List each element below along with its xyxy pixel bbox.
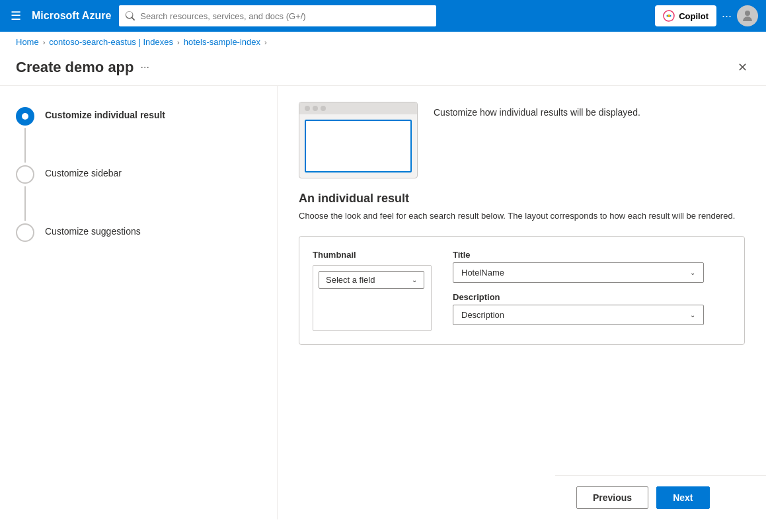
page-more-icon[interactable]: ··· [141,61,149,73]
svg-point-1 [668,15,670,17]
wizard-sidebar: Customize individual result Customize si… [0,86,278,519]
breadcrumb-index[interactable]: hotels-sample-index [184,37,260,47]
avatar[interactable] [737,5,758,26]
breadcrumb-sep-2: › [177,38,180,46]
step-indicator-1 [16,107,34,165]
step-circle-1 [16,107,34,126]
title-chevron-icon: ⌄ [690,269,695,276]
breadcrumb-sep-3: › [264,38,267,46]
main-layout: Customize individual result Customize si… [0,86,766,519]
step-line-1 [24,128,26,163]
browser-dot-2 [313,106,318,111]
step-label-1: Customize individual result [45,107,165,120]
user-icon [741,9,754,22]
step-circle-3 [16,223,34,242]
topnav-more-icon[interactable]: ··· [722,9,732,23]
breadcrumb-sep-1: › [43,38,46,46]
step-line-2 [24,186,26,221]
copilot-icon [663,10,675,22]
breadcrumb: Home › contoso-search-eastus | Indexes ›… [0,32,766,52]
next-button[interactable]: Next [656,486,709,509]
browser-dot-3 [321,106,326,111]
browser-mock [299,102,418,178]
preview-desc: Customize how individual results will be… [434,102,640,118]
search-icon [126,11,135,20]
title-dropdown[interactable]: HotelName ⌄ [453,262,704,283]
wizard-step-3[interactable]: Customize suggestions [16,223,261,242]
thumbnail-select-label: Select a field [326,275,375,285]
topnav: ☰ Microsoft Azure Copilot ··· [0,0,766,32]
description-chevron-icon: ⌄ [690,311,695,319]
copilot-button[interactable]: Copilot [655,5,716,26]
step-label-2: Customize sidebar [45,165,122,178]
breadcrumb-home[interactable]: Home [16,37,39,47]
title-value: HotelName [461,268,504,278]
thumbnail-chevron-icon: ⌄ [412,276,417,284]
topnav-right: Copilot ··· [655,5,758,26]
svg-point-2 [22,113,28,120]
title-label: Title [453,250,731,260]
wizard-step-1[interactable]: Customize individual result [16,107,261,165]
content-area: Customize how individual results will be… [278,86,766,519]
description-label: Description [453,292,731,302]
step-label-3: Customize suggestions [45,223,141,237]
page-title: Create demo app [16,59,134,76]
wizard-steps: Customize individual result Customize si… [16,107,261,242]
browser-body [299,114,417,178]
description-value: Description [461,310,504,320]
section-title: An individual result [299,192,745,206]
previous-button[interactable]: Previous [576,486,648,509]
page-header-left: Create demo app ··· [16,59,149,76]
bottom-bar: Previous Next [555,475,766,519]
breadcrumb-indexes[interactable]: contoso-search-eastus | Indexes [49,37,173,47]
fields-right: Title HotelName ⌄ Description Descriptio… [453,250,731,325]
close-button[interactable]: ✕ [735,57,750,77]
search-input[interactable] [140,11,430,21]
preview-area: Customize how individual results will be… [299,102,745,178]
description-dropdown[interactable]: Description ⌄ [453,305,704,325]
browser-bar [299,102,417,114]
brand-name: Microsoft Azure [32,10,111,22]
browser-dot-1 [305,106,310,111]
section-header: An individual result Choose the look and… [299,192,745,223]
step-indicator-3 [16,223,34,242]
section-desc: Choose the look and feel for each search… [299,209,745,223]
search-bar[interactable] [119,5,436,26]
page-header: Create demo app ··· ✕ [0,52,766,85]
browser-result-box [305,120,412,172]
thumbnail-label: Thumbnail [313,250,432,260]
hamburger-icon[interactable]: ☰ [8,6,24,26]
step-active-icon [21,112,29,120]
description-field-row: Description Description ⌄ [453,292,731,325]
wizard-step-2[interactable]: Customize sidebar [16,165,261,223]
step-indicator-2 [16,165,34,223]
thumbnail-box: Select a field ⌄ [313,265,432,331]
fields-card: Thumbnail Select a field ⌄ Title HotelNa… [299,236,745,345]
title-field-row: Title HotelName ⌄ [453,250,731,283]
wizard-content: Customize how individual results will be… [278,86,766,475]
thumbnail-col: Thumbnail Select a field ⌄ [313,250,432,331]
thumbnail-select[interactable]: Select a field ⌄ [319,271,424,289]
step-circle-2 [16,165,34,184]
